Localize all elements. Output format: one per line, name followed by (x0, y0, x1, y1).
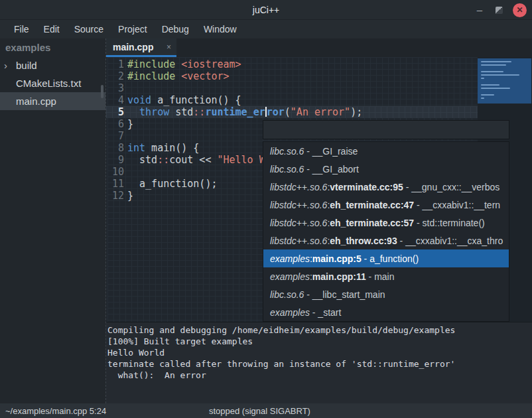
file-tree-sidebar[interactable]: examples ›buildCMakeLists.txtmain.cpp (0, 38, 106, 403)
tab-main-cpp[interactable]: main.cpp × (106, 38, 176, 57)
juci-window: juCi++ – ✕ FileEditSourceProjectDebugWin… (0, 0, 532, 418)
code-token (175, 70, 181, 82)
minimap-code-line (481, 78, 484, 79)
backtrace-item[interactable]: libc.so.6 - __GI_abort (263, 160, 509, 178)
terminal-output-panel[interactable]: Compiling and debugging /home/eidheim/ex… (106, 322, 532, 403)
line-number: 8 (106, 142, 124, 154)
backtrace-function: - __libc_start_main (304, 289, 385, 300)
line-number: 11 (106, 178, 124, 190)
sidebar-scrollbar[interactable] (101, 85, 103, 98)
code-token: #include (127, 58, 175, 70)
menu-file[interactable]: File (7, 21, 36, 37)
backtrace-item[interactable]: examples:main.cpp:5 - a_function() (263, 249, 509, 267)
code-text: #include <iostream> (127, 58, 241, 70)
close-icon[interactable]: ✕ (513, 3, 527, 17)
backtrace-item[interactable]: examples - _start (263, 303, 509, 321)
backtrace-function: - __GI_raise (304, 146, 358, 157)
menu-edit[interactable]: Edit (36, 21, 67, 37)
line-number: 2 (106, 70, 124, 82)
code-token: runtime_er (205, 106, 265, 118)
editor-pane: main.cpp × 1#include <iostream>2#include… (106, 38, 532, 403)
code-token: std (169, 106, 193, 118)
backtrace-lib-name: examples (270, 253, 310, 264)
backtrace-function: - std::terminate() (414, 218, 485, 228)
code-text: } (127, 118, 133, 130)
code-line: 5 throw std::runtime_error("An error"); (106, 106, 478, 118)
code-token: ); (350, 106, 362, 118)
restore-icon[interactable] (496, 7, 503, 14)
menu-window[interactable]: Window (196, 21, 244, 37)
tab-label: main.cpp (113, 42, 166, 52)
terminal-line: what(): An error (107, 370, 532, 381)
code-text: a_function(); (127, 178, 217, 190)
code-token: int (127, 142, 145, 154)
code-token: } (127, 118, 133, 130)
backtrace-filter-input[interactable] (263, 120, 509, 139)
line-number: 3 (106, 82, 124, 94)
minimap-code-line (481, 88, 510, 89)
line-number: 1 (106, 58, 124, 70)
code-token: :: (193, 106, 205, 118)
terminal-line: Compiling and debugging /home/eidheim/ex… (107, 324, 532, 336)
backtrace-item[interactable]: libc.so.6 - __GI_raise (263, 142, 509, 160)
file-tree: ›buildCMakeLists.txtmain.cpp (0, 56, 105, 110)
backtrace-file-line: main.cpp:11 (312, 271, 366, 282)
window-controls: – ✕ (474, 0, 527, 20)
tab-close-icon[interactable]: × (166, 42, 171, 52)
window-title: juCi++ (253, 5, 279, 15)
project-root-label: examples (0, 38, 105, 56)
menu-project[interactable]: Project (111, 21, 155, 37)
chevron-right-icon: › (4, 60, 15, 71)
code-text: void a_function() { (127, 94, 241, 106)
minimize-icon[interactable]: – (474, 0, 486, 20)
terminal-line: Hello World (107, 347, 532, 358)
minimap-slider[interactable] (478, 58, 531, 104)
code-text: std::cout << "Hello W (127, 154, 265, 166)
code-token: :: (157, 154, 169, 166)
code-token: ( (285, 106, 291, 118)
line-number: 5 (106, 106, 124, 118)
backtrace-item[interactable]: libstdc++.so.6:eh_throw.cc:93 - __cxxabi… (263, 232, 509, 249)
minimap-code-line (481, 74, 519, 76)
sidebar-item-main-cpp[interactable]: main.cpp (0, 92, 105, 110)
backtrace-lib-name: examples (270, 271, 310, 282)
line-number: 6 (106, 118, 124, 130)
backtrace-lib-name: libstdc++.so.6 (270, 218, 327, 228)
code-text: throw std::runtime_error("An error"); (127, 106, 362, 118)
code-token: std (127, 154, 157, 166)
backtrace-popup-list: libc.so.6 - __GI_raiselibc.so.6 - __GI_a… (263, 141, 509, 322)
code-token: ror (267, 106, 285, 118)
backtrace-lib-name: examples (270, 307, 310, 318)
sidebar-item-build[interactable]: ›build (0, 56, 105, 74)
line-number: 9 (106, 154, 124, 166)
code-line: 1#include <iostream> (106, 58, 478, 70)
minimap-code-line (481, 84, 499, 86)
backtrace-item[interactable]: examples:main.cpp:11 - main (263, 267, 509, 285)
code-token: } (127, 190, 133, 202)
line-number: 12 (106, 190, 124, 202)
sidebar-item-cmakelists-txt[interactable]: CMakeLists.txt (0, 74, 105, 92)
backtrace-file-line: eh_throw.cc:93 (330, 236, 397, 246)
code-line: 2#include <vector> (106, 70, 478, 82)
backtrace-item[interactable]: libstdc++.so.6:eh_terminate.cc:57 - std:… (263, 214, 509, 232)
code-token: void (127, 94, 151, 106)
line-number: 7 (106, 130, 124, 142)
backtrace-item[interactable]: libc.so.6 - __libc_start_main (263, 285, 509, 303)
backtrace-file-line: eh_terminate.cc:57 (330, 218, 414, 228)
sidebar-item-label: main.cpp (16, 96, 56, 107)
menu-source[interactable]: Source (67, 21, 111, 37)
backtrace-function: - __GI_abort (304, 164, 359, 174)
code-editor[interactable]: 1#include <iostream>2#include <vector>34… (106, 57, 532, 322)
code-token: main() { (145, 142, 199, 154)
minimap-code-line (481, 64, 506, 66)
backtrace-function: - __cxxabiv1::__cxa_thro (397, 236, 503, 246)
backtrace-item[interactable]: libstdc++.so.6:eh_terminate.cc:47 - __cx… (263, 196, 509, 214)
statusbar: ~/examples/main.cpp 5:24 stopped (signal… (0, 403, 532, 418)
backtrace-lib-name: libstdc++.so.6 (270, 182, 327, 192)
code-token (175, 58, 181, 70)
terminal-line: terminate called after throwing an insta… (107, 358, 532, 370)
menu-debug[interactable]: Debug (155, 21, 196, 37)
backtrace-file-line: main.cpp:5 (312, 253, 362, 264)
backtrace-item[interactable]: libstdc++.so.6:vterminate.cc:95 - __gnu_… (263, 178, 509, 196)
code-token: cout << (169, 154, 217, 166)
